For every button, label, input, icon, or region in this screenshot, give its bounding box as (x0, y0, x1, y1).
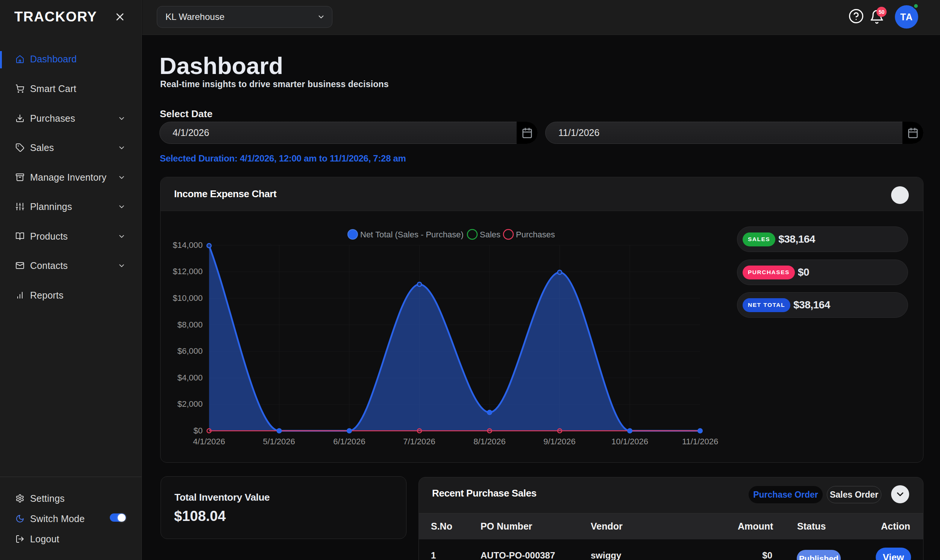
svg-text:10/1/2026: 10/1/2026 (611, 437, 648, 446)
svg-text:9/1/2026: 9/1/2026 (543, 437, 576, 446)
svg-text:$6,000: $6,000 (178, 346, 203, 356)
svg-text:Net Total (Sales - Purchase): Net Total (Sales - Purchase) (360, 230, 464, 239)
svg-text:4/1/2026: 4/1/2026 (193, 437, 225, 446)
svg-text:7/1/2026: 7/1/2026 (403, 437, 435, 446)
svg-text:$8,000: $8,000 (178, 320, 203, 329)
svg-text:8/1/2026: 8/1/2026 (473, 437, 506, 446)
svg-text:11/1/2026: 11/1/2026 (682, 437, 718, 446)
svg-text:$10,000: $10,000 (173, 293, 203, 303)
svg-text:$4,000: $4,000 (178, 373, 203, 382)
svg-text:$12,000: $12,000 (173, 267, 203, 276)
svg-text:$14,000: $14,000 (173, 240, 203, 250)
svg-text:$2,000: $2,000 (178, 399, 203, 409)
svg-text:5/1/2026: 5/1/2026 (263, 437, 295, 446)
svg-text:Sales: Sales (480, 230, 500, 239)
svg-text:$0: $0 (194, 426, 203, 435)
svg-text:Purchases: Purchases (516, 230, 555, 239)
svg-text:6/1/2026: 6/1/2026 (333, 437, 366, 446)
